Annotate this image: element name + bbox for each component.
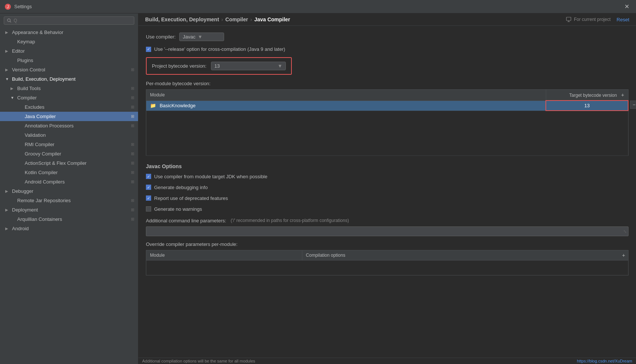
remove-module-button[interactable]: − — [630, 101, 636, 109]
sync-icon: ⊞ — [131, 86, 134, 91]
sidebar-item-excludes[interactable]: Excludes ⊞ — [0, 102, 138, 112]
sync-icon: ⊞ — [131, 161, 134, 166]
javac-options-section: Javac Options Use compiler from module t… — [146, 163, 629, 212]
table-side-controls: − — [630, 89, 636, 109]
release-option-row: Use '--release' option for cross-compila… — [146, 46, 629, 52]
empty-row — [146, 111, 629, 155]
sidebar-item-label: Android — [12, 226, 29, 231]
javac-opt-2-checkbox[interactable] — [146, 185, 151, 190]
title-bar-left: J Settings — [4, 3, 32, 10]
monitor-icon — [566, 17, 571, 22]
svg-line-3 — [10, 21, 11, 22]
dropdown-caret-icon: ▼ — [198, 34, 202, 40]
search-input[interactable] — [13, 18, 131, 23]
module-col-header: Module — [146, 90, 546, 101]
reset-link[interactable]: Reset — [617, 17, 629, 22]
javac-opt-1-checkbox[interactable] — [146, 174, 151, 179]
app-icon: J — [4, 3, 11, 10]
sidebar-item-actionscript[interactable]: ActionScript & Flex Compiler ⊞ — [0, 158, 138, 168]
sidebar-item-android-compilers[interactable]: Android Compilers ⊞ — [0, 177, 138, 186]
sidebar-item-build-tools[interactable]: ▶ Build Tools ⊞ — [0, 84, 138, 93]
override-header-row: Module Compilation options + — [146, 250, 629, 260]
compiler-value: Javac — [183, 34, 195, 40]
javac-opt-3-checkbox[interactable] — [146, 195, 151, 201]
search-icon — [7, 18, 11, 23]
sidebar-item-debugger[interactable]: ▶ Debugger — [0, 186, 138, 196]
sidebar-item-java-compiler[interactable]: Java Compiler ⊞ — [0, 112, 138, 121]
sidebar-item-label: Deployment — [12, 207, 38, 213]
sidebar: ▶ Appearance & Behavior Keymap ▶ Editor … — [0, 13, 138, 364]
sidebar-item-deployment[interactable]: ▶ Deployment ⊞ — [0, 205, 138, 215]
release-option-checkbox[interactable] — [146, 47, 151, 52]
sidebar-item-android[interactable]: ▶ Android — [0, 224, 138, 233]
bytecode-dropdown[interactable]: 13 ▼ — [211, 62, 286, 70]
override-label: Override compiler parameters per-module: — [146, 241, 629, 247]
content-body: Use compiler: Javac ▼ Use '--release' op… — [138, 26, 636, 358]
sidebar-item-label: Build Tools — [17, 86, 41, 91]
sidebar-item-label: Android Compilers — [25, 179, 65, 185]
sidebar-item-label: Appearance & Behavior — [12, 30, 63, 35]
sidebar-item-label: Version Control — [12, 67, 45, 73]
breadcrumb-sep1: › — [221, 16, 223, 22]
javac-opt-1-row: Use compiler from module target JDK when… — [146, 174, 629, 179]
sync-icon: ⊞ — [131, 179, 134, 184]
title-bar: J Settings ✕ — [0, 0, 636, 13]
sidebar-item-arquillian[interactable]: Arquillian Containers ⊞ — [0, 215, 138, 224]
content-area: Build, Execution, Deployment › Compiler … — [138, 13, 636, 364]
sidebar-item-label: Remote Jar Repositories — [17, 198, 71, 203]
version-cell[interactable]: 13 — [546, 101, 628, 111]
add-override-button[interactable]: + — [622, 252, 625, 258]
sync-icon: ⊞ — [131, 67, 134, 72]
sidebar-item-compiler[interactable]: ▼ Compiler ⊞ — [0, 93, 138, 102]
sidebar-item-keymap[interactable]: Keymap — [0, 37, 138, 46]
additional-params-label: Additional command line parameters: — [146, 218, 226, 223]
target-version-col-header: Target bytecode version + — [546, 90, 628, 101]
compiler-select[interactable]: Javac ▼ — [179, 33, 224, 41]
bytecode-section: Project bytecode version: 13 ▼ — [146, 57, 292, 75]
additional-params-input[interactable]: ⤡ — [146, 226, 629, 236]
sync-icon: ⊞ — [131, 207, 134, 212]
sync-icon: ⊞ — [131, 123, 134, 128]
sync-icon: ⊞ — [131, 114, 134, 119]
sidebar-item-label: Build, Execution, Deployment — [12, 76, 76, 82]
sidebar-item-label: Annotation Processors — [25, 123, 74, 129]
sidebar-item-annotation-processors[interactable]: Annotation Processors ⊞ — [0, 121, 138, 130]
table-row[interactable]: 📁 BasicKnowledge 13 — [146, 101, 629, 111]
search-box[interactable] — [4, 16, 134, 25]
sync-icon: ⊞ — [131, 142, 134, 147]
sidebar-item-kotlin-compiler[interactable]: Kotlin Compiler ⊞ — [0, 168, 138, 177]
override-module-header: Module — [146, 250, 302, 260]
bytecode-caret-icon: ▼ — [278, 63, 282, 69]
sidebar-item-remote-jar[interactable]: Remote Jar Repositories ⊞ — [0, 196, 138, 205]
sidebar-item-validation[interactable]: Validation — [0, 130, 138, 140]
sidebar-item-label: Java Compiler — [25, 114, 56, 119]
module-table: Module Target bytecode version + 📁 Basic… — [146, 89, 629, 156]
add-module-button[interactable]: + — [621, 92, 624, 98]
sync-icon: ⊞ — [131, 105, 134, 109]
override-table: Module Compilation options + — [146, 250, 629, 275]
additional-params-section: Additional command line parameters: ('/'… — [146, 218, 629, 223]
additional-params-text[interactable] — [149, 228, 618, 233]
sidebar-item-label: Excludes — [25, 104, 45, 110]
sidebar-item-label: RMI Compiler — [25, 142, 54, 147]
sync-icon: ⊞ — [131, 217, 134, 222]
javac-opt-2-row: Generate debugging info — [146, 185, 629, 190]
sidebar-item-build-exec-deploy[interactable]: ▼ Build, Execution, Deployment — [0, 74, 138, 84]
sidebar-item-plugins[interactable]: Plugins — [0, 56, 138, 65]
sidebar-item-rmi-compiler[interactable]: RMI Compiler ⊞ — [0, 140, 138, 149]
main-layout: ▶ Appearance & Behavior Keymap ▶ Editor … — [0, 13, 636, 364]
arrow-icon: ▶ — [5, 30, 10, 34]
sidebar-item-groovy-compiler[interactable]: Groovy Compiler ⊞ — [0, 149, 138, 158]
sidebar-item-version-control[interactable]: ▶ Version Control ⊞ — [0, 65, 138, 74]
javac-opt-3-label: Report use of deprecated features — [154, 195, 228, 201]
sidebar-item-editor[interactable]: ▶ Editor — [0, 46, 138, 56]
sidebar-item-label: ActionScript & Flex Compiler — [25, 160, 86, 166]
breadcrumb: Build, Execution, Deployment › Compiler … — [145, 16, 290, 22]
sidebar-item-appearance[interactable]: ▶ Appearance & Behavior — [0, 28, 138, 37]
javac-opt-4-checkbox[interactable] — [146, 206, 151, 212]
svg-point-2 — [7, 19, 10, 22]
javac-opt-3-row: Report use of deprecated features — [146, 195, 629, 201]
bottom-url: https://blog.csdn.net/XuDream — [577, 359, 632, 363]
close-button[interactable]: ✕ — [622, 2, 632, 11]
module-icon: 📁 — [150, 103, 156, 108]
